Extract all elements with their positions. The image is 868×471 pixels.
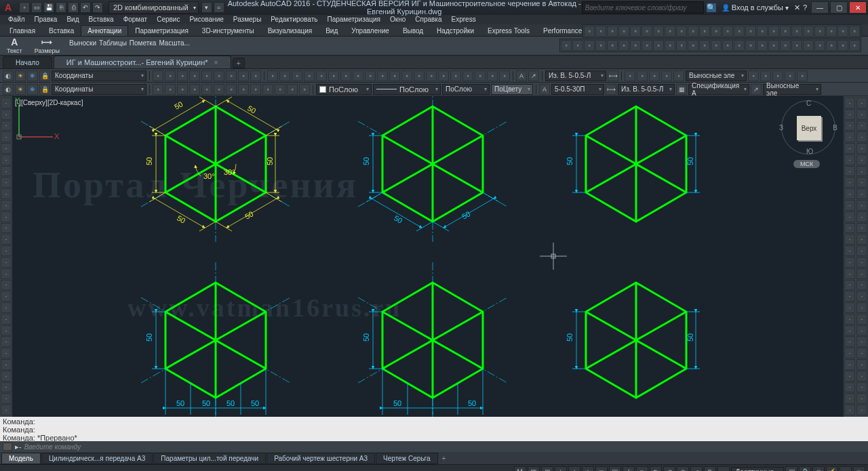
app-logo[interactable]: A	[0, 0, 16, 15]
float-tool-icon[interactable]: ▫	[630, 40, 641, 51]
tool-icon[interactable]: ▫	[649, 70, 660, 81]
float-tool-icon[interactable]: ▫	[699, 26, 710, 37]
nav-tool-icon[interactable]: ·	[844, 371, 855, 382]
model-toggle[interactable]: M	[514, 466, 526, 472]
ribbon-tab-view[interactable]: Вид	[319, 25, 344, 36]
draw-tool-icon[interactable]: ·	[1, 257, 12, 268]
isodraft-toggle[interactable]: ◇	[582, 466, 594, 472]
tool-icon[interactable]: ▫	[238, 84, 249, 95]
ribbon-tab-addins[interactable]: Надстройки	[430, 25, 481, 36]
nav-tool-icon[interactable]: ·	[844, 121, 855, 131]
menu-help[interactable]: Справка	[411, 15, 446, 24]
grid-toggle[interactable]: ▦	[528, 466, 540, 472]
viewcube-east[interactable]: В	[833, 124, 837, 131]
draw-tool-icon[interactable]: ·	[1, 371, 12, 382]
float-tool-icon[interactable]: ▫	[618, 40, 629, 51]
tool-icon[interactable]: ▫	[673, 70, 684, 81]
float-tool-icon[interactable]: ▫	[837, 40, 848, 51]
close-button[interactable]: ✕	[849, 1, 867, 14]
modify-tool-icon[interactable]: ·	[856, 131, 867, 142]
transparency-toggle[interactable]: ◐	[650, 466, 662, 472]
menu-view[interactable]: Вид	[62, 15, 83, 24]
tool-icon[interactable]: ▫	[189, 70, 200, 81]
3dosnap-toggle[interactable]: ▣	[609, 466, 621, 472]
tool-icon[interactable]: ▫	[389, 70, 400, 81]
draw-tool-icon[interactable]: ·	[1, 348, 12, 359]
modify-tool-icon[interactable]: ·	[856, 302, 867, 313]
minimize-button[interactable]: —	[811, 1, 829, 14]
qat-open-icon[interactable]: ▭	[31, 2, 42, 13]
tool-icon[interactable]: ▫	[772, 70, 783, 81]
lock-icon[interactable]: 🔒	[39, 84, 50, 95]
tool-icon[interactable]: ▫	[201, 84, 212, 95]
tool-icon[interactable]: ▫	[377, 70, 388, 81]
tool-icon[interactable]: ▫	[760, 70, 771, 81]
add-layout-button[interactable]: +	[439, 453, 450, 463]
visual-style-combo[interactable]: 2D комбинированный	[108, 1, 199, 14]
cleanscreen-toggle[interactable]: ▭	[840, 466, 852, 472]
float-tool-icon[interactable]: ▫	[803, 40, 814, 51]
float-tool-icon[interactable]: ▫	[745, 26, 756, 37]
draw-tool-icon[interactable]: ·	[1, 166, 12, 177]
draw-tool-icon[interactable]: ·	[1, 325, 12, 336]
nav-tool-icon[interactable]: ·	[844, 177, 855, 188]
ribbon-tab-annotate[interactable]: Аннотации	[81, 25, 128, 36]
drawing-tab-current[interactable]: ИГ и Машиностроит...- Евгений Курицин* ×	[54, 56, 231, 68]
modify-tool-icon[interactable]: ·	[856, 234, 867, 245]
menu-modify[interactable]: Редактировать	[267, 15, 321, 24]
cycling-toggle[interactable]: ⟲	[663, 466, 675, 472]
modify-tool-icon[interactable]: ·	[856, 393, 867, 404]
tool-icon[interactable]: ▫	[475, 70, 486, 81]
nav-tool-icon[interactable]: ·	[844, 245, 855, 256]
ribbon-panel-scale[interactable]: Масшта...	[159, 39, 189, 47]
float-tool-icon[interactable]: ▫	[618, 26, 629, 37]
dim-tool-icon[interactable]: ⟼	[608, 70, 618, 81]
float-tool-icon[interactable]: ▫	[757, 40, 768, 51]
drawing-canvas[interactable]: [-][Сверху][2D-каркас] Портал Черчения w…	[12, 96, 844, 417]
linetype-combo[interactable]: ПоСлою	[373, 84, 441, 95]
ws-toggle[interactable]: ⚙	[704, 466, 716, 472]
bulb-icon[interactable]: ☀	[15, 84, 26, 95]
tool-icon[interactable]: ▫	[748, 70, 759, 81]
command-prompt-icon[interactable]	[3, 443, 12, 451]
tool-icon[interactable]: ▫	[250, 84, 261, 95]
draw-tool-icon[interactable]: ·	[1, 393, 12, 404]
tool-icon[interactable]: ▫	[165, 70, 176, 81]
text-tool-icon[interactable]: A	[516, 70, 527, 81]
layout-tab-3[interactable]: Рабочий чертеж шестерни А3	[267, 453, 375, 464]
float-tool-icon[interactable]: ▫	[791, 26, 802, 37]
draw-tool-icon[interactable]: ·	[1, 405, 12, 415]
modify-tool-icon[interactable]: ·	[856, 98, 867, 108]
menu-window[interactable]: Окно	[386, 15, 410, 24]
draw-tool-icon[interactable]: ·	[1, 143, 12, 154]
float-tool-icon[interactable]: ▫	[653, 26, 664, 37]
tool-icon[interactable]: ▫	[250, 70, 261, 81]
modify-tool-icon[interactable]: ·	[856, 257, 867, 268]
menu-parametric[interactable]: Параметризация	[323, 15, 384, 24]
leader-tool-icon[interactable]: ↗	[528, 70, 539, 81]
ribbon-tab-parametric[interactable]: Параметризация	[128, 25, 195, 36]
float-tool-icon[interactable]: ▫	[653, 40, 664, 51]
viewcube[interactable]: С Ю З В Верх МСК	[781, 100, 835, 175]
dimstyle-combo[interactable]: Из. В. 5-0.5-Л	[618, 84, 675, 95]
float-tool-icon[interactable]: ▫	[699, 40, 710, 51]
modify-tool-icon[interactable]: ·	[856, 336, 867, 347]
ribbon-tab-3dtools[interactable]: 3D-инструменты	[195, 25, 261, 36]
draw-tool-icon[interactable]: ·	[1, 223, 12, 234]
annomon-toggle[interactable]: ⊕	[677, 466, 689, 472]
draw-tool-icon[interactable]: ·	[1, 109, 12, 120]
float-tool-icon[interactable]: ▫	[607, 26, 618, 37]
layout-tab-1[interactable]: Цилиндрическ...я передача А3	[41, 453, 153, 464]
viewcube-west[interactable]: З	[779, 124, 783, 131]
tool-icon[interactable]: ▫	[189, 84, 200, 95]
ribbon-tab-output[interactable]: Вывод	[396, 25, 430, 36]
dimstyle-icon[interactable]: ⟼	[606, 84, 616, 95]
ribbon-tab-manage[interactable]: Управление	[344, 25, 396, 36]
modify-tool-icon[interactable]: ·	[856, 109, 867, 120]
layer-combo[interactable]: Координаты	[52, 70, 146, 81]
tool-icon[interactable]: ▫	[262, 84, 273, 95]
nav-tool-icon[interactable]: ·	[844, 155, 855, 165]
leaderstyle-icon[interactable]: ↗	[751, 84, 762, 95]
float-tool-icon[interactable]: ▫	[826, 40, 837, 51]
leader-combo-1[interactable]: Выносные эле	[686, 70, 747, 81]
